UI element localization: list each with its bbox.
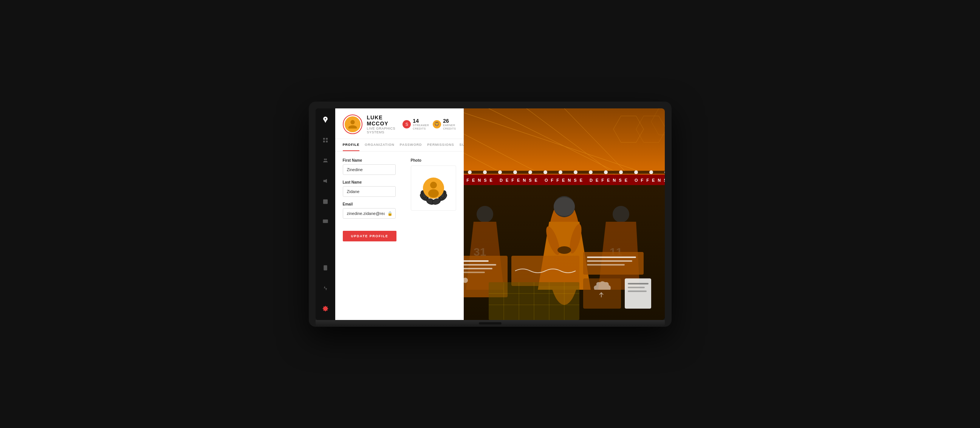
device-icon[interactable] [319, 262, 331, 274]
svg-point-50 [634, 170, 638, 174]
email-wrapper: 🔒 [343, 208, 396, 219]
svg-point-48 [604, 170, 608, 174]
user-name: LUKE MCCOY [367, 114, 398, 127]
svg-point-51 [649, 170, 653, 174]
screen: LUKE MCCOY LIVE GRAPHICS SYSTEMS S 14 ST… [316, 108, 665, 320]
streamer-icon: S [402, 120, 411, 128]
svg-rect-10 [323, 219, 328, 223]
monitor-icon[interactable] [319, 216, 331, 228]
tab-permissions[interactable]: PERMISSIONS [427, 139, 454, 151]
svg-point-63 [477, 206, 493, 222]
tab-organization[interactable]: ORGANIZATION [365, 139, 394, 151]
earner-label: EARNERCREDITS [443, 124, 456, 130]
update-profile-button[interactable]: UPDATE PROFILE [343, 231, 397, 241]
earner-count: 26 [443, 118, 456, 124]
profile-panel: LUKE MCCOY LIVE GRAPHICS SYSTEMS S 14 ST… [335, 108, 464, 320]
photo-label: Photo [411, 158, 456, 162]
megaphone-icon[interactable] [319, 175, 331, 187]
svg-rect-2 [323, 141, 325, 143]
team-icon[interactable] [319, 154, 331, 166]
stadium-illustration: OFFENSE DEFENSE OFFENSE DEFENSE OFFENSE … [464, 108, 665, 320]
lock-icon: 🔒 [387, 211, 393, 216]
laptop-base [316, 320, 665, 327]
svg-point-4 [324, 158, 325, 160]
svg-point-5 [325, 158, 327, 160]
first-name-group: First Name [343, 158, 396, 175]
photo-box[interactable] [411, 165, 456, 211]
email-label: Email [343, 202, 396, 206]
last-name-input[interactable] [343, 186, 396, 197]
tab-profile[interactable]: PROFILE [343, 139, 360, 151]
earner-credits-badge: 🦁 26 EARNERCREDITS [433, 118, 456, 130]
tabs-bar: PROFILE ORGANIZATION PASSWORD PERMISSION… [335, 139, 464, 152]
svg-point-66 [612, 206, 629, 222]
svg-rect-86 [628, 290, 647, 292]
dashboard-icon[interactable] [319, 134, 331, 146]
avatar [345, 116, 361, 132]
svg-rect-79 [587, 260, 632, 262]
streamer-count: 14 [413, 118, 429, 124]
form-area: First Name Last Name Email [335, 152, 464, 320]
svg-rect-71 [464, 264, 496, 266]
laptop-frame: LUKE MCCOY LIVE GRAPHICS SYSTEMS S 14 ST… [309, 101, 671, 327]
svg-point-27 [428, 189, 439, 198]
svg-point-12 [325, 269, 325, 269]
streamer-credits-badge: S 14 STREAMERCREDITS [402, 118, 429, 130]
svg-rect-78 [587, 257, 636, 258]
svg-point-43 [528, 170, 532, 174]
streamer-label: STREAMERCREDITS [413, 124, 429, 130]
svg-rect-1 [326, 138, 328, 140]
svg-rect-84 [628, 283, 649, 284]
svg-rect-80 [587, 264, 625, 266]
earner-credit-info: 26 EARNERCREDITS [443, 118, 456, 130]
svg-point-45 [558, 170, 562, 174]
svg-rect-77 [583, 252, 644, 275]
svg-point-62 [557, 246, 571, 254]
settings-icon[interactable] [319, 303, 331, 315]
svg-rect-70 [464, 260, 489, 262]
svg-text:OFFENSE   DEFENSE   OFFENSE   : OFFENSE DEFENSE OFFENSE DEFENSE OFFENSE … [464, 178, 665, 182]
earner-icon: 🦁 [433, 120, 441, 128]
first-name-label: First Name [343, 158, 396, 162]
profile-photo-svg [413, 167, 454, 209]
profile-header: LUKE MCCOY LIVE GRAPHICS SYSTEMS S 14 ST… [335, 108, 464, 139]
background-image-area: OFFENSE DEFENSE OFFENSE DEFENSE OFFENSE … [464, 108, 665, 320]
tab-password[interactable]: PASSWORD [400, 139, 422, 151]
svg-rect-72 [464, 268, 492, 269]
credits-area: S 14 STREAMERCREDITS 🦁 26 EARNERCREDITS [402, 118, 456, 130]
sidebar [316, 108, 335, 320]
svg-point-40 [483, 170, 487, 174]
svg-point-58 [554, 197, 575, 216]
email-group: Email 🔒 [343, 202, 396, 219]
calendar-icon[interactable] [319, 195, 331, 208]
last-name-group: Last Name [343, 180, 396, 197]
svg-rect-6 [323, 199, 328, 204]
system-label: LIVE GRAPHICS SYSTEMS [367, 127, 398, 134]
svg-point-39 [468, 170, 472, 174]
svg-point-44 [544, 170, 547, 174]
laptop-notch [479, 322, 501, 325]
svg-rect-0 [323, 138, 325, 140]
svg-point-41 [498, 170, 502, 174]
first-name-input[interactable] [343, 164, 396, 175]
svg-rect-11 [323, 265, 327, 270]
svg-point-26 [430, 182, 437, 189]
svg-point-49 [619, 170, 623, 174]
streamer-credit-info: 14 STREAMERCREDITS [413, 118, 429, 130]
svg-point-47 [589, 170, 593, 174]
avatar-ring [343, 114, 363, 134]
svg-rect-73 [464, 272, 485, 273]
eagle-logo-icon[interactable] [319, 114, 331, 126]
svg-point-42 [513, 170, 517, 174]
main-area: LUKE MCCOY LIVE GRAPHICS SYSTEMS S 14 ST… [335, 108, 665, 320]
svg-rect-3 [326, 141, 328, 143]
tab-subscription[interactable]: SUBSCRIPTION [460, 139, 464, 151]
last-name-label: Last Name [343, 180, 396, 184]
svg-point-46 [574, 170, 578, 174]
activity-icon[interactable] [319, 282, 331, 294]
user-info: LUKE MCCOY LIVE GRAPHICS SYSTEMS [367, 114, 398, 134]
svg-rect-85 [628, 287, 645, 288]
photo-section: Photo [411, 158, 456, 224]
